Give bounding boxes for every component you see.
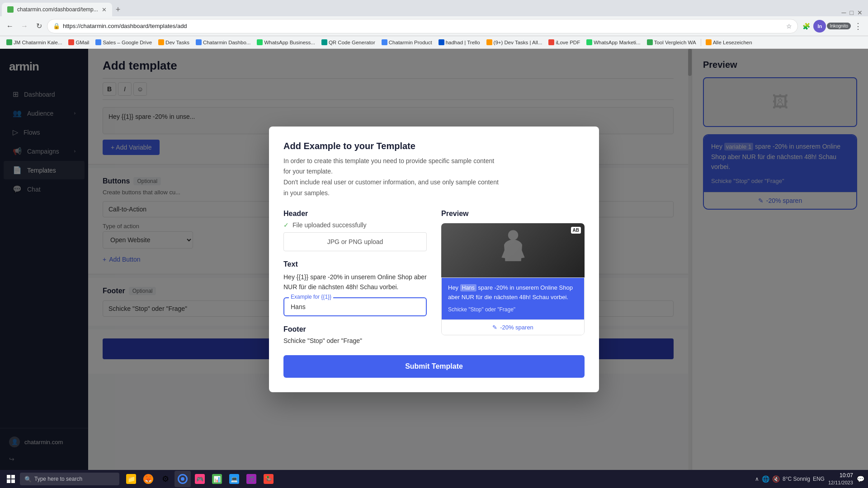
- bookmark-chatarmin[interactable]: Chatarmin Dashbo...: [193, 38, 253, 46]
- reload-button[interactable]: ↻: [33, 20, 45, 33]
- bookmark-drive[interactable]: Sales – Google Drive: [93, 38, 155, 46]
- taskbar-arrow-icon[interactable]: ∧: [755, 476, 759, 482]
- svg-rect-2: [11, 475, 15, 479]
- preview-bubble-prefix: Hey: [448, 284, 460, 291]
- modal-preview-bubble: Hey Hans spare -20% in unserem Online Sh…: [442, 278, 584, 320]
- windows-icon: [7, 475, 15, 483]
- example-input-wrapper: Example for {{1}}: [283, 297, 427, 316]
- bookmark-star-icon[interactable]: ☆: [786, 23, 792, 30]
- taskbar-weather: 8°C Sonnig: [783, 476, 810, 482]
- taskbar-notification-icon[interactable]: 💬: [857, 475, 864, 483]
- modal-desc-line1: In order to create this template you nee…: [283, 156, 585, 167]
- svg-rect-1: [7, 475, 10, 479]
- back-button[interactable]: ←: [4, 20, 16, 33]
- new-tab-button[interactable]: +: [112, 3, 124, 16]
- taskbar-network-icon[interactable]: 🌐: [762, 475, 769, 483]
- modal-desc-line3: Don't include real user or customer info…: [283, 177, 585, 188]
- taskbar-app-5[interactable]: 💻: [226, 471, 242, 487]
- browser-chrome: chatarmin.com/dashboard/temp... ✕ + ─ □ …: [0, 0, 868, 49]
- browser-tabs-bar: chatarmin.com/dashboard/temp... ✕ + ─ □ …: [0, 0, 868, 16]
- forward-button[interactable]: →: [18, 20, 31, 33]
- browser-controls-bar: ← → ↻ 🔒 https://chatarmin.com/dashboard/…: [0, 16, 868, 36]
- maximize-button[interactable]: □: [850, 9, 854, 16]
- modal-title: Add Example to your Template: [283, 141, 585, 151]
- example-input[interactable]: [291, 303, 420, 310]
- modal-text-section: Text Hey {{1}} spare -20% in unserem Onl…: [283, 260, 427, 317]
- extensions-button[interactable]: 🧩: [800, 20, 812, 33]
- tab-title: chatarmin.com/dashboard/temp...: [17, 6, 98, 13]
- profile-button[interactable]: In: [813, 20, 826, 33]
- modal-desc-line2: for your template.: [283, 166, 585, 177]
- taskbar-app-firefox[interactable]: 🦊: [140, 471, 156, 487]
- modal-description: In order to create this template you nee…: [283, 156, 585, 199]
- taskbar-sys-icons: ∧ 🌐 🔇 8°C Sonnig ENG: [755, 475, 825, 483]
- taskbar-search-box[interactable]: 🔍 Type here to search: [20, 473, 119, 485]
- taskbar-app-4[interactable]: 📊: [209, 471, 225, 487]
- modal-overlay: Add Example to your Template In order to…: [0, 49, 868, 470]
- submit-template-button[interactable]: Submit Template: [283, 355, 585, 378]
- bookmark-trello[interactable]: hadhad | Trello: [436, 38, 483, 46]
- modal-text-content: Hey {{1}} spare -20% in unserem Online S…: [283, 272, 427, 292]
- taskbar-lang: ENG: [813, 476, 825, 482]
- tab-close-icon[interactable]: ✕: [102, 6, 107, 13]
- bookmarks-bar: JM Chatarmin Kale... GMail Sales – Googl…: [0, 36, 868, 49]
- preview-action-edit-icon: ✎: [492, 324, 497, 331]
- address-bar[interactable]: 🔒 https://chatarmin.com/dashboard/templa…: [47, 19, 798, 33]
- close-button[interactable]: ✕: [857, 9, 863, 16]
- taskbar-app-file-explorer[interactable]: 📁: [123, 471, 139, 487]
- preview-bubble-variable: Hans: [460, 284, 476, 291]
- upload-button[interactable]: JPG or PNG upload: [283, 232, 427, 251]
- file-success-text: File uploaded successfully: [292, 221, 366, 229]
- active-tab[interactable]: chatarmin.com/dashboard/temp... ✕: [2, 3, 112, 16]
- start-button[interactable]: [4, 472, 18, 486]
- taskbar-date: 12/11/2023: [828, 479, 853, 486]
- modal-header-section: Header ✓ File uploaded successfully JPG …: [283, 210, 427, 251]
- taskbar-app-chrome[interactable]: [175, 471, 191, 487]
- bookmark-toolvergleich[interactable]: Tool Vergleich WA: [644, 38, 699, 46]
- file-success-row: ✓ File uploaded successfully: [283, 221, 427, 229]
- bookmark-gmail[interactable]: GMail: [66, 38, 92, 46]
- bookmark-qr[interactable]: QR Code Generator: [319, 38, 378, 46]
- modal-text-label: Text: [283, 260, 427, 268]
- svg-rect-3: [7, 479, 10, 483]
- file-check-icon: ✓: [283, 221, 289, 229]
- taskbar-app-settings[interactable]: ⚙: [157, 471, 174, 487]
- bookmark-chatarmin2[interactable]: Chatarmin Product: [379, 38, 435, 46]
- bookmark-ilovepdf[interactable]: iLove PDF: [546, 38, 583, 46]
- modal-body: Add Example to your Template In order to…: [269, 127, 599, 393]
- bookmark-whatsapp[interactable]: WhatsApp Business...: [254, 38, 318, 46]
- preview-action-label: -20% sparen: [500, 324, 533, 331]
- person-silhouette-icon: [495, 229, 531, 272]
- modal-form-column: Header ✓ File uploaded successfully JPG …: [283, 210, 427, 345]
- taskbar-search-icon: 🔍: [24, 476, 32, 483]
- svg-point-0: [508, 230, 518, 240]
- bookmark-wpmarketing[interactable]: WhatsApp Marketi...: [584, 38, 643, 46]
- taskbar-time: 10:07: [828, 472, 853, 479]
- minimize-button[interactable]: ─: [842, 9, 846, 16]
- taskbar-app-3[interactable]: 🎮: [192, 471, 208, 487]
- menu-button[interactable]: ⋮: [852, 20, 864, 33]
- modal-preview-column: Preview AB: [441, 210, 585, 345]
- modal-preview-image: AB: [441, 223, 585, 277]
- bookmark-jm[interactable]: JM Chatarmin Kale...: [4, 38, 65, 46]
- preview-bubble-footer: Schicke "Stop" oder "Frage": [448, 305, 578, 314]
- modal-preview-bubble-wrapper: Hey Hans spare -20% in unserem Online Sh…: [441, 277, 585, 336]
- incognito-badge: Inkognito: [827, 23, 851, 29]
- lock-icon: 🔒: [53, 23, 60, 29]
- bookmark-alle[interactable]: Alle Lesezeichen: [703, 38, 755, 46]
- taskbar-apps: 📁 🦊 ⚙ 🎮 📊 💻 🎵 🦆: [123, 471, 277, 487]
- taskbar-app-7[interactable]: 🦆: [260, 471, 277, 487]
- preview-bubble-action[interactable]: ✎ -20% sparen: [442, 319, 584, 335]
- taskbar-datetime[interactable]: 10:07 12/11/2023: [828, 472, 853, 486]
- svg-rect-4: [11, 479, 15, 483]
- modal-footer-label: Footer: [283, 325, 427, 333]
- bookmark-devtasks2[interactable]: (9+) Dev Tasks | All...: [484, 38, 545, 46]
- browser-actions: 🧩 In Inkognito ⋮: [800, 20, 864, 33]
- modal-preview-label: Preview: [441, 210, 585, 218]
- taskbar: 🔍 Type here to search 📁 🦊 ⚙ 🎮 📊 💻 🎵: [0, 470, 868, 488]
- bookmark-devtasks[interactable]: Dev Tasks: [156, 38, 192, 46]
- taskbar-app-6[interactable]: 🎵: [243, 471, 259, 487]
- modal: Add Example to your Template In order to…: [269, 127, 599, 393]
- taskbar-volume-icon[interactable]: 🔇: [772, 475, 780, 483]
- modal-desc-line4: in your samples.: [283, 188, 585, 199]
